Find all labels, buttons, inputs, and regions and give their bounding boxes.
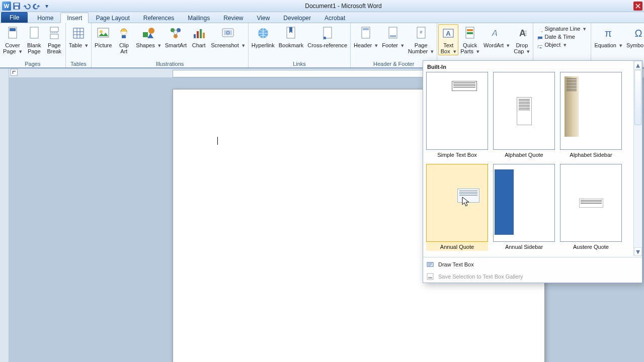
page-break-icon: [46, 25, 62, 41]
text-box-button[interactable]: ATextBox ▾: [438, 24, 458, 55]
gallery-heading: Built-In: [426, 64, 630, 72]
table-button[interactable]: Table ▾: [67, 24, 90, 49]
tab-references[interactable]: References: [137, 13, 181, 23]
bookmark-button[interactable]: Bookmark: [277, 24, 306, 49]
equation-icon: π: [600, 25, 616, 41]
tab-acrobat[interactable]: Acrobat: [318, 13, 352, 23]
svg-point-14: [148, 28, 154, 34]
gallery-item-annual-quote[interactable]: Annual Quote: [426, 164, 488, 251]
redo-icon[interactable]: [32, 2, 41, 11]
tab-insert[interactable]: Insert: [60, 13, 89, 23]
close-icon[interactable]: [633, 2, 642, 11]
gallery-item-label: Austere Quote: [560, 242, 622, 251]
svg-text:#: #: [420, 30, 422, 35]
equation-button[interactable]: πEquation ▾: [592, 24, 624, 49]
header-button[interactable]: Header ▾: [352, 24, 380, 49]
object-label: Object: [544, 42, 560, 48]
cover-page-button[interactable]: CoverPage ▾: [1, 24, 24, 55]
chart-icon: [191, 25, 207, 41]
tab-file[interactable]: File: [1, 12, 28, 23]
ribbon-group-label: Links: [250, 61, 349, 67]
scroll-up-icon[interactable]: ▴: [634, 61, 642, 69]
gallery-item-simple-text-box[interactable]: Simple Text Box: [426, 72, 488, 159]
gallery-item-annual-sidebar[interactable]: Annual Sidebar: [493, 164, 555, 251]
page-number-button[interactable]: #PageNumber ▾: [406, 24, 436, 55]
gallery-thumb: [493, 164, 555, 242]
word-art-button[interactable]: AWordArt ▾: [481, 24, 512, 49]
draw-text-box[interactable]: Draw Text Box: [423, 258, 642, 270]
symbol-icon: Ω: [630, 25, 644, 41]
tab-view[interactable]: View: [251, 13, 277, 23]
customize-qat-icon[interactable]: ▾: [42, 2, 51, 11]
footer-button[interactable]: Footer ▾: [380, 24, 406, 49]
gallery-scrollbar[interactable]: ▴ ▾: [633, 61, 642, 256]
cross-reference-button[interactable]: Cross-reference: [305, 24, 349, 49]
bookmark-icon: [283, 25, 299, 41]
table-icon: [70, 25, 87, 41]
svg-rect-29: [363, 28, 369, 30]
svg-rect-4: [10, 28, 16, 31]
shapes-icon: [140, 25, 156, 41]
signature-line-label: Signature Line: [544, 26, 580, 32]
date-time-button[interactable]: 12Date & Time: [535, 33, 589, 40]
tab-review[interactable]: Review: [217, 13, 250, 23]
svg-rect-1: [15, 3, 19, 6]
page-break-button[interactable]: PageBreak: [44, 24, 64, 55]
screenshot-button[interactable]: Screenshot ▾: [209, 24, 247, 49]
object-button[interactable]: Object▾: [535, 41, 589, 48]
smartart-button[interactable]: SmartArt: [163, 24, 189, 49]
blank-page-button[interactable]: BlankPage: [24, 24, 44, 55]
ribbon-group: HyperlinkBookmarkCross-referenceLinks: [249, 23, 351, 67]
hyperlink-button[interactable]: Hyperlink: [250, 24, 277, 49]
draw-text-box-icon: [426, 260, 434, 268]
picture-label: Picture: [95, 42, 112, 48]
drop-cap-button[interactable]: ADropCap ▾: [512, 24, 532, 55]
scroll-down-icon[interactable]: ▾: [634, 247, 642, 256]
chart-button[interactable]: Chart: [189, 24, 209, 49]
svg-rect-20: [200, 29, 202, 38]
cover-page-icon: [5, 25, 21, 41]
ribbon-group: PictureClipArtShapes ▾SmartArtChartScree…: [92, 23, 249, 67]
save-selection-label: Save Selection to Text Box Gallery: [438, 274, 523, 280]
page-number-icon: #: [413, 25, 429, 41]
clipart-icon: [116, 25, 132, 41]
quick-parts-button[interactable]: QuickParts ▾: [458, 24, 481, 55]
svg-rect-7: [50, 34, 58, 39]
text-cursor: [217, 137, 218, 145]
gallery-item-alphabet-sidebar[interactable]: Alphabet Sidebar: [560, 72, 622, 159]
gallery-item-austere-quote[interactable]: Austere Quote: [560, 164, 622, 251]
svg-text:A: A: [446, 30, 451, 37]
clip-art-button[interactable]: ClipArt: [114, 24, 134, 55]
hyperlink-icon: [255, 25, 271, 41]
save-icon[interactable]: [12, 2, 21, 11]
tab-home[interactable]: Home: [31, 13, 60, 23]
undo-icon[interactable]: [22, 2, 31, 11]
gallery-item-label: Annual Sidebar: [493, 242, 555, 251]
cover-page-label: CoverPage ▾: [3, 42, 22, 54]
date-time-label: Date & Time: [544, 34, 575, 40]
datetime-icon: 12: [535, 33, 542, 40]
svg-rect-31: [390, 35, 396, 37]
save-selection-icon: [426, 273, 434, 281]
word-app-icon[interactable]: [2, 2, 11, 11]
symbol-button[interactable]: ΩSymbol ▾: [624, 24, 644, 49]
tab-developer[interactable]: Developer: [277, 13, 317, 23]
shapes-button[interactable]: Shapes ▾: [134, 24, 163, 49]
gallery-item-alphabet-quote[interactable]: Alphabet Quote: [493, 72, 555, 159]
svg-rect-21: [203, 33, 205, 38]
picture-button[interactable]: Picture: [93, 24, 114, 49]
svg-rect-37: [467, 29, 473, 31]
gallery-thumb: [560, 164, 622, 242]
object-icon: [535, 41, 542, 48]
signature-icon: [535, 25, 542, 32]
tab-page-layout[interactable]: Page Layout: [89, 13, 136, 23]
tab-selector[interactable]: [11, 69, 18, 76]
tab-mailings[interactable]: Mailings: [181, 13, 216, 23]
ribbon-group: Table ▾Tables: [66, 23, 92, 67]
drop-cap-label: DropCap ▾: [514, 42, 530, 54]
scroll-thumb[interactable]: [634, 70, 641, 125]
svg-point-10: [100, 30, 103, 33]
blank-page-label: BlankPage: [27, 42, 41, 54]
word-art-label: WordArt ▾: [484, 42, 510, 48]
signature-line-button[interactable]: Signature Line▾: [535, 25, 589, 32]
